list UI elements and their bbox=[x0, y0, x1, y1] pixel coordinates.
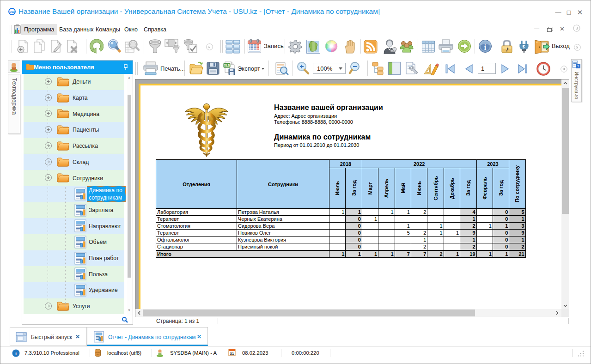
svg-text:usu: usu bbox=[9, 10, 15, 13]
svg-text:i: i bbox=[484, 43, 487, 51]
svg-text:i: i bbox=[15, 351, 17, 356]
svg-text:?: ? bbox=[577, 64, 579, 68]
svg-text:XLS: XLS bbox=[224, 64, 230, 67]
svg-text:31: 31 bbox=[230, 352, 234, 356]
